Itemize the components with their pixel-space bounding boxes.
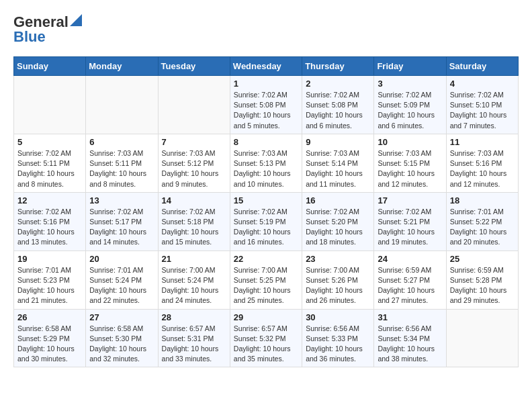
weekday-header-wednesday: Wednesday — [230, 57, 302, 76]
day-number: 26 — [17, 312, 82, 322]
calendar-cell: 6Sunrise: 7:03 AM Sunset: 5:11 PM Daylig… — [86, 134, 158, 192]
day-info: Sunrise: 7:02 AM Sunset: 5:11 PM Dayligh… — [17, 148, 82, 189]
day-number: 25 — [450, 254, 515, 264]
calendar-cell: 27Sunrise: 6:58 AM Sunset: 5:30 PM Dayli… — [86, 309, 158, 367]
day-info: Sunrise: 7:03 AM Sunset: 5:13 PM Dayligh… — [234, 148, 298, 189]
calendar-week-2: 5Sunrise: 7:02 AM Sunset: 5:11 PM Daylig… — [14, 134, 519, 192]
calendar-week-1: 1Sunrise: 7:02 AM Sunset: 5:08 PM Daylig… — [14, 76, 519, 134]
day-info: Sunrise: 7:02 AM Sunset: 5:19 PM Dayligh… — [234, 207, 298, 248]
day-number: 7 — [162, 137, 226, 147]
weekday-header-thursday: Thursday — [302, 57, 374, 76]
day-info: Sunrise: 7:03 AM Sunset: 5:15 PM Dayligh… — [378, 148, 442, 189]
day-info: Sunrise: 7:00 AM Sunset: 5:25 PM Dayligh… — [234, 265, 298, 306]
day-info: Sunrise: 7:02 AM Sunset: 5:08 PM Dayligh… — [234, 90, 298, 131]
day-info: Sunrise: 7:02 AM Sunset: 5:08 PM Dayligh… — [306, 90, 370, 131]
calendar-cell: 15Sunrise: 7:02 AM Sunset: 5:19 PM Dayli… — [230, 192, 302, 250]
calendar-cell: 20Sunrise: 7:01 AM Sunset: 5:24 PM Dayli… — [86, 250, 158, 309]
calendar-cell: 29Sunrise: 6:57 AM Sunset: 5:32 PM Dayli… — [230, 309, 302, 367]
day-info: Sunrise: 7:02 AM Sunset: 5:17 PM Dayligh… — [89, 207, 154, 248]
calendar-cell: 31Sunrise: 6:56 AM Sunset: 5:34 PM Dayli… — [374, 309, 446, 367]
day-number: 23 — [306, 254, 370, 264]
day-number: 3 — [378, 79, 442, 89]
day-info: Sunrise: 7:02 AM Sunset: 5:21 PM Dayligh… — [378, 207, 442, 248]
day-number: 17 — [378, 195, 442, 205]
day-number: 18 — [450, 195, 515, 205]
day-info: Sunrise: 7:00 AM Sunset: 5:26 PM Dayligh… — [306, 265, 370, 306]
day-info: Sunrise: 7:02 AM Sunset: 5:09 PM Dayligh… — [378, 90, 442, 131]
calendar-cell: 12Sunrise: 7:02 AM Sunset: 5:16 PM Dayli… — [14, 192, 86, 250]
day-number: 27 — [89, 312, 154, 322]
day-info: Sunrise: 6:56 AM Sunset: 5:34 PM Dayligh… — [378, 324, 442, 365]
day-number: 29 — [234, 312, 298, 322]
page-header: General Blue — [13, 13, 519, 46]
day-info: Sunrise: 7:00 AM Sunset: 5:24 PM Dayligh… — [162, 265, 226, 306]
day-number: 10 — [378, 137, 442, 147]
calendar-table: SundayMondayTuesdayWednesdayThursdayFrid… — [13, 56, 519, 367]
day-number: 6 — [89, 137, 154, 147]
day-info: Sunrise: 7:02 AM Sunset: 5:18 PM Dayligh… — [162, 207, 226, 248]
day-info: Sunrise: 6:57 AM Sunset: 5:32 PM Dayligh… — [234, 324, 298, 365]
calendar-cell: 8Sunrise: 7:03 AM Sunset: 5:13 PM Daylig… — [230, 134, 302, 192]
weekday-header-tuesday: Tuesday — [158, 57, 230, 76]
logo: General Blue — [13, 13, 82, 46]
calendar-header-row: SundayMondayTuesdayWednesdayThursdayFrid… — [14, 57, 519, 76]
day-number: 15 — [234, 195, 298, 205]
day-number: 24 — [378, 254, 442, 264]
calendar-cell: 18Sunrise: 7:01 AM Sunset: 5:22 PM Dayli… — [446, 192, 518, 250]
day-number: 11 — [450, 137, 515, 147]
day-info: Sunrise: 7:01 AM Sunset: 5:22 PM Dayligh… — [450, 207, 515, 248]
calendar-cell: 5Sunrise: 7:02 AM Sunset: 5:11 PM Daylig… — [14, 134, 86, 192]
day-info: Sunrise: 6:57 AM Sunset: 5:31 PM Dayligh… — [162, 324, 226, 365]
calendar-week-3: 12Sunrise: 7:02 AM Sunset: 5:16 PM Dayli… — [14, 192, 519, 250]
calendar-cell: 3Sunrise: 7:02 AM Sunset: 5:09 PM Daylig… — [374, 76, 446, 134]
calendar-cell: 23Sunrise: 7:00 AM Sunset: 5:26 PM Dayli… — [302, 250, 374, 309]
calendar-cell — [86, 76, 158, 134]
weekday-header-saturday: Saturday — [446, 57, 518, 76]
calendar-cell: 11Sunrise: 7:03 AM Sunset: 5:16 PM Dayli… — [446, 134, 518, 192]
day-info: Sunrise: 7:01 AM Sunset: 5:24 PM Dayligh… — [89, 265, 154, 306]
day-number: 20 — [89, 254, 154, 264]
calendar-week-4: 19Sunrise: 7:01 AM Sunset: 5:23 PM Dayli… — [14, 250, 519, 309]
calendar-cell: 1Sunrise: 7:02 AM Sunset: 5:08 PM Daylig… — [230, 76, 302, 134]
day-number: 12 — [17, 195, 82, 205]
calendar-cell: 24Sunrise: 6:59 AM Sunset: 5:27 PM Dayli… — [374, 250, 446, 309]
day-number: 22 — [234, 254, 298, 264]
calendar-cell: 13Sunrise: 7:02 AM Sunset: 5:17 PM Dayli… — [86, 192, 158, 250]
weekday-header-sunday: Sunday — [14, 57, 86, 76]
calendar-cell: 4Sunrise: 7:02 AM Sunset: 5:10 PM Daylig… — [446, 76, 518, 134]
calendar-cell: 17Sunrise: 7:02 AM Sunset: 5:21 PM Dayli… — [374, 192, 446, 250]
day-number: 9 — [306, 137, 370, 147]
weekday-header-friday: Friday — [374, 57, 446, 76]
day-info: Sunrise: 7:02 AM Sunset: 5:20 PM Dayligh… — [306, 207, 370, 248]
day-number: 30 — [306, 312, 370, 322]
day-number: 19 — [17, 254, 82, 264]
calendar-cell — [14, 76, 86, 134]
day-info: Sunrise: 6:59 AM Sunset: 5:28 PM Dayligh… — [450, 265, 515, 306]
day-number: 8 — [234, 137, 298, 147]
day-info: Sunrise: 7:02 AM Sunset: 5:10 PM Dayligh… — [450, 90, 515, 131]
calendar-cell: 14Sunrise: 7:02 AM Sunset: 5:18 PM Dayli… — [158, 192, 230, 250]
calendar-cell: 7Sunrise: 7:03 AM Sunset: 5:12 PM Daylig… — [158, 134, 230, 192]
calendar-cell: 16Sunrise: 7:02 AM Sunset: 5:20 PM Dayli… — [302, 192, 374, 250]
day-number: 1 — [234, 79, 298, 89]
day-info: Sunrise: 7:03 AM Sunset: 5:11 PM Dayligh… — [89, 148, 154, 189]
calendar-cell: 19Sunrise: 7:01 AM Sunset: 5:23 PM Dayli… — [14, 250, 86, 309]
day-info: Sunrise: 7:03 AM Sunset: 5:12 PM Dayligh… — [162, 148, 226, 189]
calendar-cell: 25Sunrise: 6:59 AM Sunset: 5:28 PM Dayli… — [446, 250, 518, 309]
calendar-week-5: 26Sunrise: 6:58 AM Sunset: 5:29 PM Dayli… — [14, 309, 519, 367]
day-number: 21 — [162, 254, 226, 264]
weekday-header-monday: Monday — [86, 57, 158, 76]
day-number: 13 — [89, 195, 154, 205]
day-number: 2 — [306, 79, 370, 89]
day-number: 4 — [450, 79, 515, 89]
day-number: 31 — [378, 312, 442, 322]
day-number: 5 — [17, 137, 82, 147]
day-info: Sunrise: 6:58 AM Sunset: 5:29 PM Dayligh… — [17, 324, 82, 365]
calendar-cell: 2Sunrise: 7:02 AM Sunset: 5:08 PM Daylig… — [302, 76, 374, 134]
calendar-cell: 22Sunrise: 7:00 AM Sunset: 5:25 PM Dayli… — [230, 250, 302, 309]
logo-triangle-icon — [70, 14, 82, 26]
calendar-cell: 9Sunrise: 7:03 AM Sunset: 5:14 PM Daylig… — [302, 134, 374, 192]
calendar-cell: 30Sunrise: 6:56 AM Sunset: 5:33 PM Dayli… — [302, 309, 374, 367]
calendar-cell: 10Sunrise: 7:03 AM Sunset: 5:15 PM Dayli… — [374, 134, 446, 192]
day-info: Sunrise: 7:03 AM Sunset: 5:16 PM Dayligh… — [450, 148, 515, 189]
